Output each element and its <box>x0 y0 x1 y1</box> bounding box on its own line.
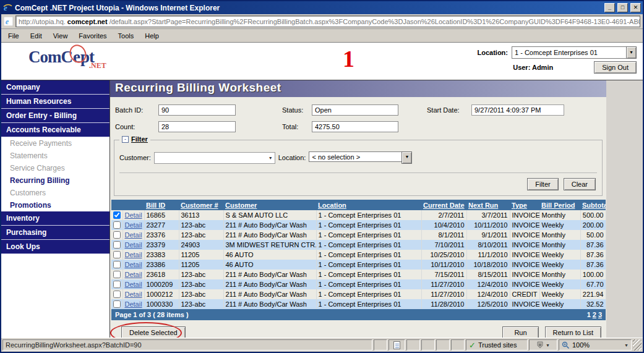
table-row: Detail1000209123-abc211 # Auto Body/Car … <box>111 279 606 289</box>
row-checkbox[interactable] <box>113 261 121 268</box>
cell-next-run: 9/1/2011 <box>466 230 510 240</box>
chevron-down-icon[interactable]: ▼ <box>626 46 637 59</box>
col-blank <box>111 200 122 210</box>
detail-link[interactable]: Detail <box>125 251 142 258</box>
menu-tools[interactable]: Tools <box>113 30 140 41</box>
detail-link[interactable]: Detail <box>125 281 142 288</box>
maximize-button[interactable]: □ <box>617 3 628 12</box>
row-checkbox[interactable] <box>113 300 121 308</box>
filter-legend[interactable]: Filter <box>131 135 148 143</box>
detail-link[interactable]: Detail <box>125 241 142 249</box>
status-bar: RecurringBillingWorksheet.aspx?BatchID=9… <box>1 338 643 352</box>
row-checkbox[interactable] <box>113 281 121 288</box>
sidebar-item-look-ups[interactable]: Look Ups <box>1 240 109 254</box>
detail-link[interactable]: Detail <box>125 221 142 229</box>
customer-filter-select[interactable]: ▼ <box>154 152 275 164</box>
cell-bill-period: Weekly <box>539 299 580 309</box>
chevron-down-icon: ▼ <box>624 343 629 347</box>
cell-bill-period: Monthly <box>539 210 580 220</box>
cell-current-date: 11/27/2010 <box>421 279 466 289</box>
return-to-list-button[interactable]: Return to List <box>545 326 601 338</box>
sidebar-item-order-entry-billing[interactable]: Order Entry - Billing <box>1 109 109 123</box>
status-field[interactable] <box>312 104 398 116</box>
table-row: Detail23379249033M MIDWEST RETURN CTR.1 … <box>111 240 606 250</box>
protected-mode-indicator[interactable]: ▼ <box>529 339 557 351</box>
cell-customer-no: 24903 <box>179 240 223 250</box>
total-field[interactable] <box>312 121 398 132</box>
count-field[interactable] <box>158 121 236 132</box>
menu-view[interactable]: View <box>48 30 74 41</box>
sidebar-item-inventory[interactable]: Inventory <box>1 211 109 226</box>
col-bill-period[interactable]: Bill Period <box>539 200 580 210</box>
filter-panel: - Filter Customer: ▼ Location: < no sele… <box>114 140 603 196</box>
cell-subtotal: 87.36 <box>580 250 606 260</box>
sidebar-item-promotions[interactable]: Promotions <box>1 199 109 211</box>
collapse-icon[interactable]: - <box>122 136 129 143</box>
row-checkbox[interactable] <box>113 291 121 298</box>
sign-out-button[interactable]: Sign Out <box>594 61 637 74</box>
sidebar-item-accounts-receivable[interactable]: Accounts Receivable <box>1 123 109 137</box>
detail-link[interactable]: Detail <box>125 291 142 298</box>
row-checkbox[interactable] <box>113 221 121 229</box>
row-checkbox[interactable] <box>113 211 121 219</box>
location-filter-select[interactable]: < no selection > ▼ <box>309 151 412 164</box>
detail-link[interactable]: Detail <box>125 271 142 278</box>
menu-help[interactable]: Help <box>139 30 165 41</box>
zoom-control[interactable]: 100% ▼ <box>559 339 632 351</box>
detail-link[interactable]: Detail <box>125 300 142 308</box>
col-current-date[interactable]: Current Date <box>421 200 466 210</box>
url-field[interactable]: http://utopia.hq.comcept.net/default.asp… <box>15 15 640 27</box>
col-type[interactable]: Type <box>510 200 539 210</box>
col-subtotal[interactable]: Subtotal <box>580 200 606 210</box>
run-button[interactable]: Run <box>502 326 538 338</box>
menu-favorites[interactable]: Favorites <box>73 30 112 41</box>
batch-summary-form: Batch ID: Status: Start Date: 9/27/2011 … <box>110 97 606 137</box>
pager-page-2[interactable]: 2 <box>593 311 596 318</box>
svg-text:e: e <box>6 17 9 26</box>
cell-location: 1 - Comcept Enterprises 01 <box>316 220 421 230</box>
close-button[interactable]: ✕ <box>630 3 641 12</box>
pager-page-3[interactable]: 3 <box>598 311 602 318</box>
detail-link[interactable]: Detail <box>125 211 142 219</box>
col-location[interactable]: Location <box>316 200 421 210</box>
detail-link[interactable]: Detail <box>125 261 142 268</box>
url-domain: comcept.net <box>67 18 108 25</box>
check-icon: ✓ <box>469 341 476 350</box>
cell-location: 1 - Comcept Enterprises 01 <box>316 240 421 250</box>
cell-location: 1 - Comcept Enterprises 01 <box>316 250 421 260</box>
menu-edit[interactable]: Edit <box>25 30 48 41</box>
trusted-sites-label: Trusted sites <box>478 341 517 349</box>
col-next-run[interactable]: Next Run <box>466 200 510 210</box>
sidebar-item-human-resources[interactable]: Human Resources <box>1 95 109 109</box>
row-checkbox[interactable] <box>113 251 121 258</box>
minimize-button[interactable]: _ <box>604 3 615 12</box>
menu-bar: FileEditViewFavoritesToolsHelp <box>1 29 643 43</box>
browser-window: e ComCept .NET Project Utopia - Windows … <box>0 0 644 353</box>
sidebar-item-recurring-billing[interactable]: Recurring Billing <box>1 174 109 187</box>
location-select-value: 1 - Comcept Enterprises 01 <box>512 46 626 59</box>
clear-button[interactable]: Clear <box>564 178 596 190</box>
resize-grip[interactable] <box>633 339 642 351</box>
cell-subtotal: 87.36 <box>580 260 606 270</box>
col-bill-id[interactable]: Bill ID <box>144 200 179 210</box>
col-customer[interactable]: Customer # <box>179 200 223 210</box>
detail-link[interactable]: Detail <box>125 231 142 239</box>
cell-bill-id: 23383 <box>144 250 179 260</box>
cell-next-run: 12/5/2010 <box>466 299 510 309</box>
col-customer[interactable]: Customer <box>223 200 316 210</box>
sidebar-item-purchasing[interactable]: Purchasing <box>1 226 109 240</box>
ie-icon: e <box>3 3 12 12</box>
url-path: /default.aspx?StartPage=RecurringBilling… <box>109 18 640 25</box>
row-checkbox[interactable] <box>113 241 121 249</box>
cell-customer: 3M MIDWEST RETURN CTR. <box>223 240 316 250</box>
row-checkbox[interactable] <box>113 271 121 278</box>
menu-file[interactable]: File <box>2 30 25 41</box>
batch-id-field[interactable] <box>158 104 236 116</box>
filter-button[interactable]: Filter <box>527 178 558 190</box>
table-row: Detail233861120546 AUTO1 - Comcept Enter… <box>111 260 606 270</box>
delete-selected-button[interactable]: Delete Selected <box>121 326 186 338</box>
location-select[interactable]: 1 - Comcept Enterprises 01 ▼ <box>512 46 637 59</box>
chevron-down-icon[interactable]: ▼ <box>401 151 412 164</box>
sidebar-item-company[interactable]: Company <box>1 80 109 95</box>
row-checkbox[interactable] <box>113 231 121 239</box>
